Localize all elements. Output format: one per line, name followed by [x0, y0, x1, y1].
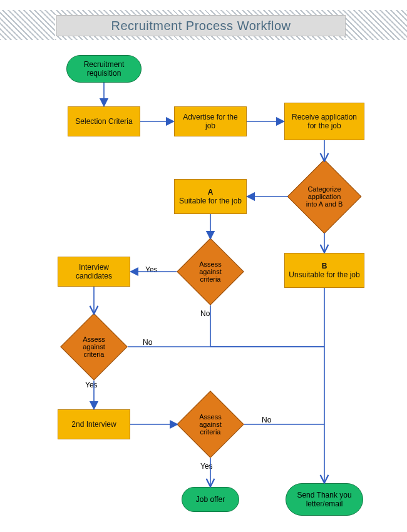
edge-label-assess2-yes: Yes [85, 381, 98, 389]
node-assess-1-label: Assess against criteria [187, 248, 234, 295]
node-categorize-label: Categorize application into A and B [298, 170, 351, 223]
node-selection-criteria: Selection Criteria [68, 106, 140, 136]
node-recruitment-requisition: Recruitment requisition [66, 55, 142, 83]
node-a-head: A [208, 188, 214, 197]
node-advertise: Advertise for the job [174, 106, 247, 136]
node-b-unsuitable: B Unsuitable for the job [284, 253, 364, 288]
node-second-interview: 2nd Interview [58, 409, 130, 439]
node-job-offer: Job offer [182, 487, 239, 512]
node-assess-1: Assess against criteria [187, 248, 234, 295]
node-receive-application: Receive application for the job [284, 103, 364, 140]
node-categorize: Categorize application into A and B [298, 170, 351, 223]
node-b-label: Unsuitable for the job [289, 270, 359, 279]
node-assess-2-label: Assess against criteria [70, 323, 118, 371]
edge-label-assess3-no: No [262, 416, 271, 424]
node-assess-3: Assess against criteria [187, 401, 234, 448]
node-assess-3-label: Assess against criteria [187, 401, 234, 448]
node-interview-candidates: Interview candidates [58, 257, 130, 287]
node-assess-2: Assess against criteria [70, 323, 118, 371]
node-a-label: Suitable for the job [179, 197, 242, 205]
edge-label-assess1-no: No [200, 309, 210, 318]
edge-label-assess3-yes: Yes [200, 462, 213, 471]
node-a-suitable: A Suitable for the job [174, 179, 247, 214]
edge-label-assess2-no: No [143, 338, 152, 347]
flowchart-canvas: Recruitment requisition Selection Criter… [0, 0, 407, 532]
edge-label-assess1-yes: Yes [145, 265, 158, 274]
node-thank-you: Send Thank you letter/email [286, 483, 363, 516]
node-b-head: B [322, 262, 327, 270]
